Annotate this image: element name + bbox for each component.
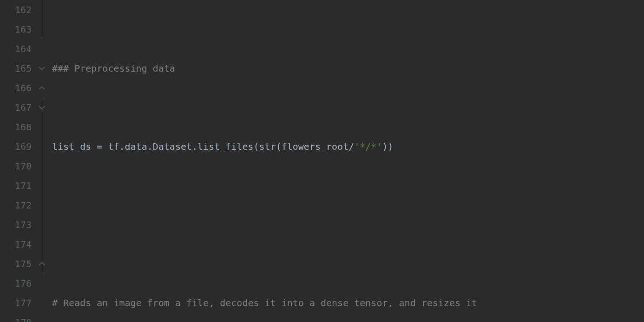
line-number: 166 <box>0 78 32 98</box>
line-number: 171 <box>0 176 32 195</box>
line-number: 172 <box>0 195 32 215</box>
code-line[interactable] <box>52 215 644 235</box>
line-number: 163 <box>0 20 32 39</box>
fold-open-icon[interactable] <box>38 104 46 111</box>
fold-close-icon[interactable] <box>38 84 46 92</box>
code-line[interactable]: list_ds = tf.data.Dataset.list_files(str… <box>52 137 644 156</box>
line-number: 175 <box>0 254 32 274</box>
code-line[interactable]: # Reads an image from a file, decodes it… <box>52 293 644 313</box>
line-number: 162 <box>0 0 32 20</box>
comment-text: ### Preprocessing data <box>52 63 175 74</box>
line-number: 177 <box>0 293 32 313</box>
fold-close-icon[interactable] <box>38 260 46 268</box>
comment-text: # Reads an image from a file, decodes it… <box>52 297 477 309</box>
indent-guide <box>42 0 42 39</box>
line-number-gutter: 162 163 164 165 166 167 168 169 170 171 … <box>0 0 37 322</box>
line-number: 169 <box>0 137 32 156</box>
line-number: 176 <box>0 274 32 293</box>
fold-open-icon[interactable] <box>38 65 46 72</box>
code-text: list_ds = tf.data.Dataset.list_files(str… <box>52 141 354 152</box>
line-number: 168 <box>0 117 32 137</box>
code-area[interactable]: ### Preprocessing data list_ds = tf.data… <box>48 0 644 322</box>
line-number: 173 <box>0 215 32 235</box>
line-number: 170 <box>0 156 32 176</box>
code-line[interactable]: ### Preprocessing data <box>52 59 644 78</box>
line-number: 178 <box>0 313 32 322</box>
line-number: 164 <box>0 39 32 59</box>
line-number: 167 <box>0 98 32 117</box>
code-editor[interactable]: 162 163 164 165 166 167 168 169 170 171 … <box>0 0 644 322</box>
string-literal: '*/*' <box>354 141 382 152</box>
code-text: )) <box>382 141 393 152</box>
line-number: 165 <box>0 59 32 78</box>
indent-guide <box>42 98 42 275</box>
line-number: 174 <box>0 235 32 254</box>
fold-gutter <box>37 0 48 322</box>
